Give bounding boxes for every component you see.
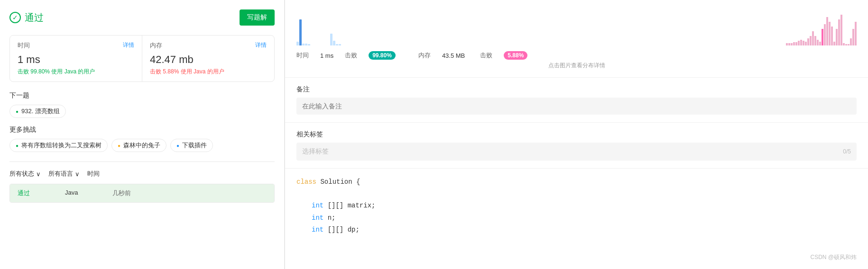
left-panel: ✓ 通过 写题解 时间 详情 1 ms 击败 99.80% 使用 Java 的用…: [0, 0, 285, 269]
code-n: n;: [328, 214, 336, 222]
challenge-tags: ● 将有序数组转换为二叉搜索树 ● 森林中的兔子 ● 下载插件: [9, 139, 275, 152]
keyword-int-3: int: [312, 226, 323, 233]
time-label: 时间: [18, 41, 30, 50]
check-icon: ✓: [9, 12, 21, 23]
dot-green-icon: ●: [16, 109, 18, 114]
tags-placeholder: 选择标签: [302, 147, 329, 156]
submission-status: 通过: [18, 189, 65, 197]
submissions-table: 通过 Java 几秒前: [9, 184, 275, 203]
tags-section: 相关标签 选择标签 0/5: [285, 123, 868, 169]
code-line-2: int n;: [296, 212, 857, 224]
watermark: CSDN @硕风和炜: [810, 253, 857, 261]
language-filter[interactable]: 所有语言 ∨: [48, 170, 80, 178]
language-filter-label: 所有语言: [48, 170, 73, 178]
status-filter-label: 所有状态: [9, 170, 34, 178]
chart-mem-label: 内存: [418, 51, 431, 60]
time-stat-header: 时间 详情: [18, 41, 134, 50]
status-filter[interactable]: 所有状态 ∨: [9, 170, 41, 178]
notes-input[interactable]: [296, 98, 857, 115]
divider: [9, 161, 275, 162]
language-chevron-icon: ∨: [75, 170, 80, 178]
class-name: Solution {: [320, 178, 360, 186]
challenge-tag-2[interactable]: ● 下载插件: [170, 139, 213, 152]
chart-mem-value: 43.5 MB: [442, 52, 465, 59]
chart-section: 时间 1 ms 击败 99.80% 内存 43.5 MB 击败 5.88% 点击…: [285, 0, 868, 78]
memory-value: 42.47 mb: [150, 54, 267, 66]
tags-count: 0/5: [843, 148, 851, 155]
pass-title: ✓ 通过: [9, 11, 44, 24]
keyword-class: class: [296, 178, 316, 186]
notes-section: 备注: [285, 78, 868, 123]
next-section: 下一题 ● 932. 漂亮数组: [9, 91, 275, 118]
chart-time-value: 1 ms: [320, 52, 333, 59]
code-line-1: int [][] matrix;: [296, 200, 857, 212]
chart-info-row: 时间 1 ms 击败 99.80% 内存 43.5 MB 击败 5.88%: [296, 51, 857, 60]
next-problem-label: 932. 漂亮数组: [21, 107, 60, 116]
next-section-title: 下一题: [9, 91, 275, 100]
chart-time-label: 时间: [296, 51, 309, 60]
code-section: class Solution { int [][] matrix; int n;…: [285, 169, 868, 243]
time-beat: 击败 99.80% 使用 Java 的用户: [18, 68, 134, 76]
mem-beat-badge: 5.88%: [504, 51, 527, 60]
status-chevron-icon: ∨: [36, 170, 41, 178]
time-value: 1 ms: [18, 54, 134, 66]
chart-beat-mem-label: 击败: [480, 51, 492, 60]
more-challenges-title: 更多挑战: [9, 126, 275, 134]
challenge-label-1: 森林中的兔子: [123, 141, 160, 150]
pass-header: ✓ 通过 写题解: [9, 9, 275, 26]
write-solution-button[interactable]: 写题解: [240, 9, 275, 26]
code-dp: [][] dp;: [328, 226, 360, 233]
submission-language: Java: [65, 189, 112, 197]
code-line-blank: [296, 188, 857, 200]
submission-row[interactable]: 通过 Java 几秒前: [10, 184, 274, 202]
memory-detail-link[interactable]: 详情: [255, 41, 267, 50]
tags-label: 相关标签: [296, 130, 857, 139]
notes-label: 备注: [296, 85, 857, 94]
memory-stat-box: 内存 详情 42.47 mb 击败 5.88% 使用 Java 的用户: [142, 36, 274, 81]
challenge-label-2: 下载插件: [182, 141, 207, 150]
pass-label: 通过: [25, 11, 44, 24]
more-challenges-section: 更多挑战 ● 将有序数组转换为二叉搜索树 ● 森林中的兔子 ● 下载插件: [9, 126, 275, 152]
time-chart[interactable]: [296, 12, 576, 45]
challenge-tag-0[interactable]: ● 将有序数组转换为二叉搜索树: [9, 139, 108, 152]
chart-beat-label: 击败: [345, 51, 357, 60]
code-line-3: int [][] dp;: [296, 224, 857, 236]
challenge-tag-1[interactable]: ● 森林中的兔子: [111, 139, 166, 152]
time-detail-link[interactable]: 详情: [123, 41, 134, 50]
next-problem-tag[interactable]: ● 932. 漂亮数组: [9, 105, 66, 118]
memory-stat-header: 内存 详情: [150, 41, 267, 50]
dot-blue-icon: ●: [176, 143, 179, 148]
code-line-0: class Solution {: [296, 176, 857, 188]
code-matrix: [][] matrix;: [328, 202, 376, 209]
time-stat-box: 时间 详情 1 ms 击败 99.80% 使用 Java 的用户: [10, 36, 142, 81]
tags-select[interactable]: 选择标签 0/5: [296, 143, 857, 161]
challenge-label-0: 将有序数组转换为二叉搜索树: [21, 141, 102, 150]
time-column-header: 时间: [87, 170, 100, 178]
chart-hint: 点击图片查看分布详情: [296, 62, 857, 70]
memory-chart[interactable]: [578, 12, 857, 45]
dot-green-icon: ●: [16, 143, 18, 148]
code-block: class Solution { int [][] matrix; int n;…: [296, 176, 857, 236]
stats-row: 时间 详情 1 ms 击败 99.80% 使用 Java 的用户 内存 详情 4…: [9, 35, 275, 82]
memory-label: 内存: [150, 41, 162, 50]
right-panel: 时间 1 ms 击败 99.80% 内存 43.5 MB 击败 5.88% 点击…: [285, 0, 868, 269]
time-beat-badge: 99.80%: [369, 51, 396, 60]
submission-time: 几秒前: [112, 189, 131, 197]
keyword-int-1: int: [312, 202, 323, 209]
dot-yellow-icon: ●: [118, 143, 120, 148]
filter-row: 所有状态 ∨ 所有语言 ∨ 时间: [9, 170, 275, 178]
memory-beat: 击败 5.88% 使用 Java 的用户: [150, 68, 267, 76]
keyword-int-2: int: [312, 214, 323, 222]
charts-container: [296, 8, 857, 45]
